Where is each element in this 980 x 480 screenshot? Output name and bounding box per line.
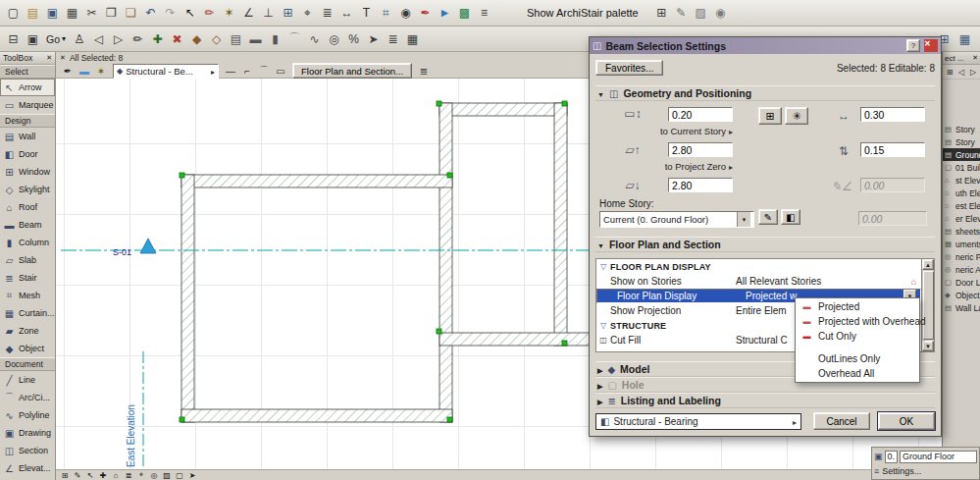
navigator-item[interactable]: ▤ Wall Lab bbox=[943, 301, 980, 314]
walk-person-icon[interactable]: ♙ bbox=[70, 29, 88, 48]
favorites-button[interactable]: Favorites... bbox=[595, 60, 663, 76]
navigator-item[interactable]: ▢ 01 Buildin bbox=[943, 161, 980, 174]
window-tool[interactable]: ⊞ Window bbox=[0, 163, 55, 181]
top-link-menu[interactable]: to Current Story bbox=[619, 126, 733, 136]
skylight-tool[interactable]: ◇ Skylight bbox=[0, 181, 55, 198]
section-marker-triangle[interactable] bbox=[140, 239, 156, 253]
top-elevation-input[interactable] bbox=[668, 142, 733, 157]
angled-beam-icon[interactable]: ⌐ bbox=[239, 64, 255, 78]
line-color-swatch[interactable]: ▬ bbox=[77, 64, 92, 78]
navigator-item[interactable]: ▦ uments bbox=[943, 238, 980, 250]
draw-pencil-icon[interactable]: ✏ bbox=[129, 29, 147, 48]
navigator-item[interactable]: ▤ Ground bbox=[943, 148, 980, 161]
curved-beam-icon[interactable]: ⌒ bbox=[256, 64, 272, 78]
navigator-item[interactable]: ◎ neric Axo bbox=[943, 263, 980, 276]
menu-projected[interactable]: ▬ Projected bbox=[797, 299, 918, 314]
navigator-item[interactable]: ▢ Door Lab bbox=[943, 276, 980, 289]
arc-circle-tool[interactable]: ⌒ Arc/Ci... bbox=[0, 389, 55, 406]
navigator-item[interactable]: ◎ neric Per bbox=[943, 250, 980, 263]
quick-settings[interactable]: Settings... bbox=[882, 466, 921, 476]
door-tool[interactable]: ◧ Door bbox=[0, 145, 55, 163]
layer-combo-icon[interactable]: ≣ bbox=[384, 29, 402, 48]
cut-icon[interactable]: ✂ bbox=[82, 4, 101, 23]
navigator-item[interactable]: ▤ sheets bbox=[943, 225, 980, 238]
navigator-item[interactable]: ▤ Story bbox=[943, 123, 980, 135]
arrow-tool[interactable]: ↖ Arrow bbox=[0, 79, 55, 96]
infobox-close-icon[interactable]: ✕ bbox=[60, 54, 66, 62]
slab-tool[interactable]: ▱ Slab bbox=[0, 251, 55, 269]
zoom-icon[interactable]: ◎ bbox=[325, 29, 343, 48]
teamwork-icon[interactable]: ▦ bbox=[955, 29, 974, 48]
column-mode-icon[interactable]: ▮ bbox=[266, 29, 284, 48]
geometry-section-header[interactable]: ◫ Geometry and Positioning bbox=[595, 85, 935, 101]
cancel-button[interactable]: Cancel bbox=[813, 412, 870, 430]
nav-back-icon[interactable]: ◁ bbox=[956, 67, 966, 78]
undo-icon[interactable]: ↶ bbox=[141, 4, 160, 23]
object-tool[interactable]: ◆ Object bbox=[0, 340, 55, 357]
redo-icon[interactable]: ↷ bbox=[161, 4, 180, 23]
options-icon[interactable]: ≡ bbox=[475, 4, 493, 23]
hatch-icon[interactable]: ▩ bbox=[455, 4, 474, 23]
stair-tool[interactable]: ≣ Stair bbox=[0, 269, 55, 287]
rect-beam-icon[interactable]: ▭ bbox=[273, 64, 288, 78]
zone-tool[interactable]: ▰ Zone bbox=[0, 322, 55, 340]
paste-icon[interactable]: ❏ bbox=[122, 4, 140, 23]
drawing-tool[interactable]: ▣ Drawing bbox=[0, 424, 55, 442]
beam-mode-icon[interactable]: ▬ bbox=[246, 29, 265, 48]
scale-percent-icon[interactable]: % bbox=[344, 29, 363, 48]
magic-wand-icon[interactable]: ✶ bbox=[220, 4, 238, 23]
navigator-item[interactable]: ◆ Object L bbox=[943, 289, 980, 301]
new-document-icon[interactable]: ▢ bbox=[4, 4, 23, 23]
dimension-icon[interactable]: ↔ bbox=[337, 4, 356, 23]
polyline-tool[interactable]: ∿ Polyline bbox=[0, 406, 55, 424]
grid-snap-icon[interactable]: ⊞ bbox=[279, 4, 297, 23]
dialog-titlebar[interactable]: ◫ Beam Selection Settings ? ✕ bbox=[590, 37, 941, 54]
arrow-cursor-icon[interactable]: ↖ bbox=[181, 4, 199, 23]
navigator-close-icon[interactable]: ✕ bbox=[972, 54, 978, 62]
section-tool[interactable]: ◫ Section bbox=[0, 442, 55, 459]
status-target-icon[interactable]: ⌖ bbox=[135, 470, 147, 480]
navigator-item[interactable]: ▤ Story bbox=[943, 135, 980, 148]
info-expand-icon[interactable]: ≣ bbox=[416, 64, 432, 78]
floor-plan-section-header[interactable]: Floor Plan and Section bbox=[595, 237, 935, 252]
add-vertex-icon[interactable]: ✚ bbox=[148, 29, 167, 48]
status-cursor-icon[interactable]: ↖ bbox=[84, 470, 96, 480]
table-view-icon[interactable]: ▦ bbox=[403, 29, 422, 48]
status-hatch-icon[interactable]: ▨ bbox=[161, 470, 173, 480]
angle-snap-icon[interactable]: ∠ bbox=[239, 4, 258, 23]
menu-outlines-only[interactable]: OutLines Only bbox=[797, 351, 918, 366]
inject-parameters-icon[interactable]: ◇ bbox=[207, 29, 226, 48]
bottom-elevation-input[interactable] bbox=[668, 178, 733, 192]
pen-settings-button[interactable]: ✎ bbox=[758, 209, 778, 225]
save-icon[interactable]: ▣ bbox=[43, 4, 62, 23]
magic-wand-icon[interactable]: ✶ bbox=[93, 64, 109, 78]
pattern-icon[interactable]: ▨ bbox=[692, 4, 710, 23]
selection-handles[interactable] bbox=[180, 101, 567, 422]
camera-icon[interactable]: ◉ bbox=[396, 4, 415, 23]
axis-reference-button[interactable]: ✳ bbox=[785, 107, 808, 125]
menu-overhead-all[interactable]: Overhead All bbox=[797, 366, 918, 381]
navigator-item[interactable]: ⌂ est Eleva bbox=[943, 199, 980, 212]
dialog-close-button[interactable]: ✕ bbox=[924, 39, 938, 52]
bottom-link-menu[interactable]: to Project Zero bbox=[619, 161, 733, 172]
go-menu[interactable]: Go bbox=[42, 33, 70, 45]
toolbox-toggle-icon[interactable]: ⊟ bbox=[4, 29, 23, 48]
mesh-tool[interactable]: ⌗ Mesh bbox=[0, 287, 55, 304]
curtain-wall-tool[interactable]: ▦ Curtain... bbox=[0, 304, 55, 322]
favorite-selector[interactable]: ◆ Structural - Be... bbox=[113, 64, 219, 79]
status-zoom-icon[interactable]: ◎ bbox=[148, 470, 160, 480]
navigator-item[interactable]: ⌂ uth Eleva bbox=[943, 187, 980, 199]
beam-width-input[interactable] bbox=[860, 107, 925, 122]
wall-tool[interactable]: ▤ Wall bbox=[0, 128, 55, 145]
floor-plan-section-button[interactable]: Floor Plan and Section... bbox=[292, 63, 412, 79]
menu-cut-only[interactable]: ▬ Cut Only bbox=[797, 329, 918, 344]
status-layers-icon[interactable]: ≣ bbox=[123, 470, 134, 480]
status-home-icon[interactable]: ⌂ bbox=[110, 470, 122, 480]
target-snap-icon[interactable]: ⌖ bbox=[298, 4, 317, 23]
ok-button[interactable]: OK bbox=[878, 412, 935, 430]
straight-beam-icon[interactable]: — bbox=[223, 64, 238, 78]
arc-icon[interactable]: ⌒ bbox=[285, 29, 304, 48]
spline-icon[interactable]: ∿ bbox=[305, 29, 324, 48]
listing-section-header[interactable]: ≣ Listing and Labeling bbox=[595, 393, 935, 408]
text-tool-icon[interactable]: T bbox=[357, 4, 376, 23]
